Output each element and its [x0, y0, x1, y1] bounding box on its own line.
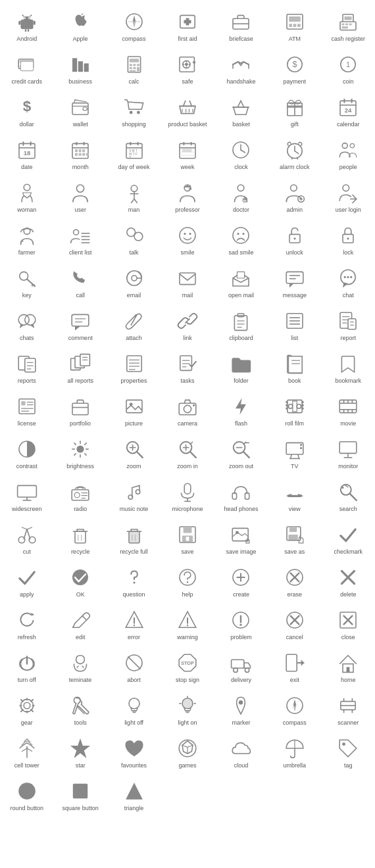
- svg-rect-317: [186, 537, 189, 541]
- gear-icon: [16, 694, 38, 717]
- svg-rect-87: [75, 149, 78, 152]
- briefcase-icon: [230, 11, 251, 33]
- icon-cell-monitor: monitor: [322, 430, 375, 473]
- light-on-icon: [177, 694, 198, 717]
- icon-cell-apple: Apple: [53, 3, 107, 45]
- icon-cell-microphone: microphone: [161, 473, 214, 516]
- save-image-icon: [230, 523, 251, 546]
- svg-rect-27: [342, 26, 349, 28]
- icon-cell-turn-off: turn off: [0, 644, 53, 687]
- cut-icon: [16, 523, 38, 546]
- icon-cell-tv: TV: [268, 430, 321, 473]
- svg-point-165: [132, 276, 137, 281]
- icon-cell-email: email: [107, 259, 161, 302]
- svg-rect-126: [189, 185, 191, 189]
- icon-cell-comment: comment: [53, 302, 107, 345]
- icon-cell-all-reports: all reports: [53, 345, 107, 387]
- zoom-out-icon: [230, 438, 251, 460]
- icon-cell-smile: smile: [161, 216, 214, 259]
- svg-rect-228: [126, 400, 142, 413]
- key-icon: [16, 267, 38, 289]
- home-label: home: [341, 677, 356, 684]
- microphone-label: microphone: [172, 506, 203, 513]
- svg-rect-213: [180, 356, 192, 370]
- erase-icon: [284, 566, 305, 589]
- brightness-icon: [70, 438, 91, 460]
- call-label: call: [76, 292, 85, 299]
- view-label: view: [289, 506, 301, 513]
- icon-cell-widescreen: widescreen: [0, 473, 53, 516]
- svg-point-173: [344, 276, 346, 278]
- svg-point-367: [182, 698, 193, 709]
- svg-text:18: 18: [23, 149, 30, 157]
- icon-cell-terminate: teminate: [53, 644, 107, 687]
- svg-rect-41: [129, 67, 132, 69]
- svg-point-143: [74, 229, 79, 235]
- icon-cell-games: games: [161, 729, 214, 772]
- calc-icon: [124, 53, 145, 76]
- svg-rect-89: [82, 149, 85, 152]
- atm-icon: [284, 11, 305, 33]
- gear-label: gear: [21, 719, 33, 727]
- svg-line-137: [353, 199, 357, 203]
- icon-cell-star: star: [53, 729, 107, 772]
- android-label: Android: [16, 36, 37, 43]
- svg-rect-233: [288, 400, 302, 413]
- sad-smile-label: sad smile: [228, 249, 253, 256]
- icon-cell-marker: marker: [214, 687, 268, 729]
- open-mail-icon: [230, 267, 251, 289]
- report-label: report: [341, 335, 357, 342]
- svg-rect-315: [184, 527, 192, 533]
- icon-cell-apply: apply: [0, 558, 53, 601]
- problem-icon: [230, 609, 251, 631]
- svg-point-153: [233, 228, 249, 243]
- music-note-label: music note: [120, 506, 149, 513]
- monitor-label: monitor: [338, 463, 358, 470]
- svg-rect-280: [339, 442, 357, 454]
- icon-cell-professor: professor: [161, 174, 214, 216]
- icon-cell-contrast: contrast: [0, 430, 53, 473]
- unlock-label: unlock: [286, 249, 303, 256]
- svg-rect-92: [82, 153, 85, 156]
- icon-cell-license: license: [0, 387, 53, 430]
- gift-icon: [284, 96, 305, 118]
- recycle-icon: [70, 523, 91, 546]
- day-of-week-icon: S M TW T FS: [124, 139, 145, 161]
- product-basket-icon: [177, 96, 198, 118]
- icon-cell-link: link: [161, 302, 214, 345]
- widescreen-label: widescreen: [12, 506, 42, 513]
- tasks-label: tasks: [180, 377, 194, 385]
- svg-rect-168: [238, 272, 245, 279]
- book-label: book: [288, 377, 301, 385]
- email-label: email: [127, 292, 141, 299]
- svg-point-301: [342, 487, 344, 489]
- refresh-icon: [16, 609, 38, 631]
- svg-rect-26: [349, 24, 352, 26]
- svg-rect-23: [340, 22, 356, 30]
- icon-cell-cancel: cancel: [268, 601, 321, 644]
- week-label: week: [180, 164, 194, 171]
- svg-rect-127: [189, 189, 192, 190]
- tv-icon: [284, 438, 305, 460]
- ok-icon: [70, 566, 91, 589]
- chats-label: chats: [20, 335, 34, 342]
- clipboard-label: clipboard: [229, 335, 253, 342]
- icon-cell-man: man: [107, 174, 161, 216]
- svg-rect-6: [18, 21, 20, 25]
- svg-point-373: [239, 700, 243, 704]
- user-login-label: user login: [336, 206, 361, 214]
- icon-cell-stop-sign: STOPstop sign: [161, 644, 214, 687]
- smile-icon: [177, 224, 198, 247]
- svg-rect-182: [235, 316, 247, 330]
- people-icon: [338, 139, 359, 161]
- icon-cell-light-on: light on: [161, 687, 214, 729]
- ok-label: OK: [76, 591, 85, 598]
- svg-point-47: [185, 63, 188, 66]
- svg-line-124: [134, 199, 138, 203]
- cancel-icon: [284, 609, 305, 631]
- svg-rect-237: [286, 401, 288, 403]
- svg-point-63: [137, 111, 140, 114]
- folder-label: folder: [234, 377, 249, 385]
- triangle-label: triangle: [124, 805, 144, 812]
- icon-cell-unlock: unlock: [268, 216, 321, 259]
